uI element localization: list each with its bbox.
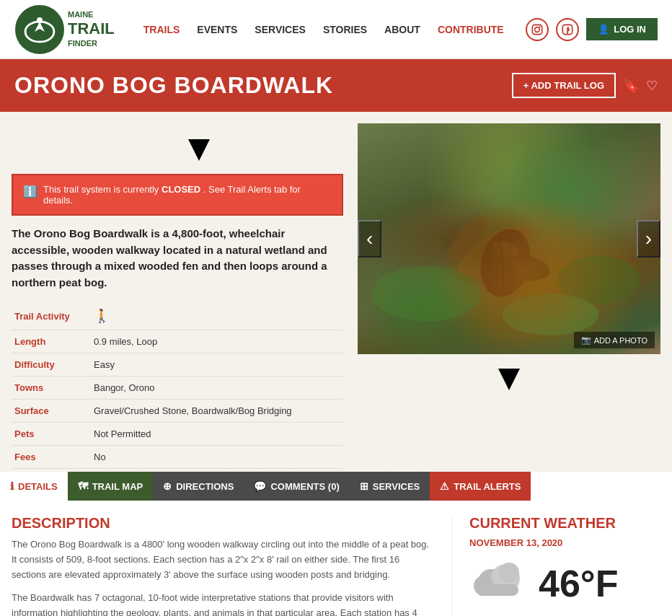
nav-services[interactable]: SERVICES — [255, 24, 306, 35]
table-row: Trail Activity 🚶 — [12, 302, 343, 330]
pets-label: Pets — [12, 423, 91, 446]
services-icon: ⊞ — [360, 480, 368, 492]
alerts-icon: ⚠ — [440, 480, 449, 492]
right-column: ‹ › 📷 ADD A PHOTO — [358, 123, 660, 469]
length-value: 0.9 miles, Loop — [91, 330, 343, 353]
nav-trails[interactable]: TRAILS — [143, 24, 180, 35]
description-column: DESCRIPTION The Orono Bog Boardwalk is a… — [12, 515, 430, 616]
tab-trail-map[interactable]: 🗺 TRAIL MAP — [68, 472, 154, 501]
arrow-indicator-right — [358, 361, 660, 397]
login-button[interactable]: 👤 LOG IN — [586, 18, 658, 40]
camera-icon: 📷 — [581, 335, 591, 345]
nav-about[interactable]: ABOUT — [384, 24, 420, 35]
content-row: DESCRIPTION The Orono Bog Boardwalk is a… — [12, 515, 660, 616]
trail-banner-actions: + ADD TRAIL LOG 🔖 ♡ — [512, 73, 658, 98]
photo-next-button[interactable]: › — [637, 220, 660, 258]
trail-alert-banner: ℹ️ This trail system is currently CLOSED… — [12, 174, 343, 216]
logo-text: MAINE TRAIL FINDER — [68, 10, 115, 48]
add-trail-log-button[interactable]: + ADD TRAIL LOG — [512, 73, 616, 98]
map-icon: 🗺 — [78, 480, 88, 492]
table-row: Length 0.9 miles, Loop — [12, 330, 343, 353]
photo-prev-button[interactable]: ‹ — [358, 220, 381, 258]
alert-status: CLOSED — [162, 184, 200, 195]
svg-rect-21 — [477, 584, 518, 596]
arrow-indicator — [55, 132, 343, 168]
svg-point-3 — [37, 17, 43, 23]
svg-point-11 — [442, 211, 493, 267]
nav-events[interactable]: EVENTS — [197, 24, 237, 35]
svg-point-12 — [371, 266, 482, 321]
nav-stories[interactable]: STORIES — [323, 24, 367, 35]
table-row: Difficulty Easy — [12, 353, 343, 377]
cloud-svg — [469, 557, 527, 600]
walk-icon: 🚶 — [94, 309, 110, 323]
trail-title: ORONO BOG BOARDWALK — [14, 72, 333, 99]
main-content: ℹ️ This trail system is currently CLOSED… — [0, 112, 672, 469]
comments-icon: 💬 — [254, 480, 266, 492]
add-photo-button[interactable]: 📷 ADD A PHOTO — [574, 332, 655, 348]
towns-label: Towns — [12, 377, 91, 400]
nav-contribute[interactable]: CONTRIBUTE — [438, 24, 504, 35]
fees-value: No — [91, 446, 343, 469]
difficulty-label: Difficulty — [12, 353, 91, 377]
trail-info-table: Trail Activity 🚶 Length 0.9 miles, Loop … — [12, 302, 343, 469]
facebook-icon[interactable] — [556, 18, 579, 41]
tab-directions[interactable]: ⊕ DIRECTIONS — [153, 472, 244, 501]
svg-point-10 — [479, 247, 552, 286]
instagram-icon[interactable] — [526, 18, 549, 41]
svg-point-13 — [557, 256, 640, 304]
trail-photo — [358, 123, 660, 354]
photo-svg — [358, 123, 660, 354]
weather-column: CURRENT WEATHER NOVEMBER 13, 2020 46°F T… — [451, 515, 660, 616]
svg-point-6 — [539, 26, 541, 27]
svg-marker-8 — [188, 139, 210, 161]
svg-point-15 — [474, 224, 538, 302]
weather-cloud-icon — [469, 557, 527, 610]
difficulty-value: Easy — [91, 353, 343, 377]
description-text-2: The Boardwalk has 7 octagonal, 10-foot w… — [12, 591, 430, 616]
svg-rect-4 — [533, 25, 542, 34]
trail-tabs: ℹ DETAILS 🗺 TRAIL MAP ⊕ DIRECTIONS 💬 COM… — [0, 472, 672, 501]
bookmark-button[interactable]: 🔖 — [623, 78, 639, 94]
weather-main: 46°F — [469, 557, 660, 610]
svg-point-9 — [451, 217, 539, 289]
site-logo[interactable]: MAINE TRAIL FINDER — [14, 4, 115, 55]
trail-banner: ORONO BOG BOARDWALK + ADD TRAIL LOG 🔖 ♡ — [0, 59, 672, 112]
tab-trail-alerts[interactable]: ⚠ TRAIL ALERTS — [430, 472, 531, 501]
description-text-1: The Orono Bog Boardwalk is a 4800' long … — [12, 537, 430, 582]
details-icon: ℹ — [10, 480, 14, 492]
weather-temperature: 46°F — [539, 562, 618, 605]
alert-text: This trail system is currently CLOSED . … — [43, 184, 332, 206]
weather-date: NOVEMBER 13, 2020 — [469, 537, 660, 548]
length-label: Length — [12, 330, 91, 353]
content-section: DESCRIPTION The Orono Bog Boardwalk is a… — [0, 501, 672, 616]
pets-value: Not Permitted — [91, 423, 343, 446]
tab-services[interactable]: ⊞ SERVICES — [350, 472, 430, 501]
weather-title: CURRENT WEATHER — [469, 515, 660, 532]
svg-marker-17 — [498, 369, 520, 390]
table-row: Towns Bangor, Orono — [12, 377, 343, 400]
site-header: MAINE TRAIL FINDER TRAILS EVENTS SERVICE… — [0, 0, 672, 59]
table-row: Surface Gravel/Crushed Stone, Boardwalk/… — [12, 400, 343, 423]
surface-value: Gravel/Crushed Stone, Boardwalk/Bog Brid… — [91, 400, 343, 423]
svg-point-14 — [502, 294, 598, 335]
description-title: DESCRIPTION — [12, 515, 430, 532]
trail-description: The Orono Bog Boardwalk is a 4,800-foot,… — [12, 226, 343, 291]
svg-point-5 — [535, 27, 540, 32]
surface-label: Surface — [12, 400, 91, 423]
photo-container: ‹ › 📷 ADD A PHOTO — [358, 123, 660, 354]
header-actions: 👤 LOG IN — [526, 18, 658, 41]
main-nav: TRAILS EVENTS SERVICES STORIES ABOUT CON… — [143, 24, 526, 35]
tab-details[interactable]: ℹ DETAILS — [0, 472, 68, 501]
towns-value: Bangor, Orono — [91, 377, 343, 400]
logo-icon — [14, 4, 65, 55]
activity-value: 🚶 — [91, 302, 343, 330]
svg-point-16 — [490, 239, 521, 259]
svg-point-0 — [16, 6, 63, 53]
svg-point-22 — [499, 563, 519, 583]
directions-icon: ⊕ — [163, 480, 172, 492]
login-icon: 👤 — [598, 24, 609, 35]
favorite-button[interactable]: ♡ — [646, 78, 658, 94]
tab-comments[interactable]: 💬 COMMENTS (0) — [244, 472, 349, 501]
table-row: Pets Not Permitted — [12, 423, 343, 446]
